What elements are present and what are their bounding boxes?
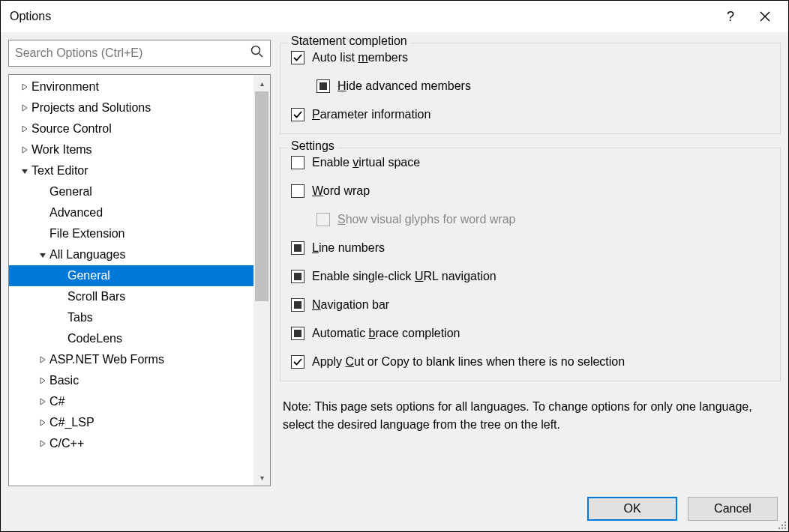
option-row: Apply Cut or Copy to blank lines when th… [280, 348, 780, 376]
search-input[interactable] [9, 40, 270, 66]
search-box[interactable] [8, 40, 271, 67]
group-legend: Statement completion [288, 34, 410, 48]
tree-item-label: CodeLens [68, 332, 122, 345]
tree-item[interactable]: Environment [9, 76, 270, 97]
tree-item[interactable]: Projects and Solutions [9, 97, 270, 118]
tree-item-label: Advanced [50, 206, 103, 220]
tree-item[interactable]: C#_LSP [9, 412, 270, 433]
option-row: Enable virtual space [280, 148, 780, 177]
checkbox[interactable] [291, 108, 304, 121]
tree-item[interactable]: Basic [9, 370, 270, 391]
checkbox[interactable] [291, 156, 304, 169]
tree-item[interactable]: CodeLens [9, 328, 270, 349]
checkbox[interactable] [291, 355, 304, 369]
tree-item-label: General [50, 185, 92, 199]
chevron-right-icon[interactable] [38, 438, 48, 449]
chevron-down-icon[interactable] [20, 166, 30, 176]
tree-item[interactable]: Source Control [9, 118, 270, 139]
chevron-right-icon[interactable] [20, 145, 30, 155]
tree-item[interactable]: All Languages [9, 244, 270, 265]
tree-item-label: All Languages [50, 248, 125, 262]
option-label[interactable]: Enable virtual space [312, 156, 420, 169]
window-title: Options [7, 10, 51, 23]
scroll-thumb[interactable] [255, 91, 268, 301]
option-label[interactable]: Auto list members [312, 51, 408, 64]
tree-item[interactable]: Scroll Bars [9, 286, 270, 307]
tree-item-label: Projects and Solutions [32, 101, 151, 115]
tree-item[interactable]: Tabs [9, 307, 270, 328]
tree-item-label: Work Items [32, 143, 92, 157]
option-row: Hide advanced members [280, 72, 780, 100]
chevron-right-icon[interactable] [38, 417, 48, 428]
option-label: Show visual glyphs for word wrap [338, 213, 515, 226]
tree-item[interactable]: File Extension [9, 223, 270, 244]
svg-rect-1 [784, 522, 786, 523]
chevron-right-icon[interactable] [20, 82, 30, 92]
scroll-down-arrow[interactable]: ▾ [254, 469, 270, 486]
tree-item-label: Source Control [32, 122, 112, 136]
expander-spacer [38, 187, 48, 197]
close-button[interactable] [748, 1, 782, 31]
tree-item-label: Scroll Bars [68, 290, 125, 303]
option-label[interactable]: Enable single-click URL navigation [312, 270, 496, 283]
checkbox[interactable] [291, 298, 304, 312]
chevron-down-icon[interactable] [38, 250, 48, 260]
option-row: Enable single-click URL navigation [280, 262, 780, 291]
svg-rect-4 [778, 528, 780, 529]
checkbox[interactable] [291, 270, 304, 283]
tree-item-label: C/C++ [50, 437, 84, 450]
tree-scrollbar[interactable]: ▴ ▾ [254, 75, 270, 486]
help-button[interactable]: ? [713, 1, 748, 31]
tree-item-label: C#_LSP [50, 416, 94, 429]
titlebar: Options ? [1, 1, 788, 32]
svg-rect-5 [782, 528, 783, 529]
close-icon [760, 11, 770, 22]
tree-item[interactable]: Work Items [9, 139, 270, 160]
ok-button[interactable]: OK [587, 497, 677, 521]
tree-item-label: Text Editor [32, 164, 88, 178]
tree-item[interactable]: Advanced [9, 202, 270, 223]
option-label[interactable]: Apply Cut or Copy to blank lines when th… [312, 355, 625, 369]
settings-group: Settings Enable virtual spaceWord wrapSh… [280, 148, 781, 381]
chevron-right-icon[interactable] [38, 354, 48, 365]
tree-item[interactable]: General [9, 181, 270, 202]
checkbox[interactable] [291, 51, 304, 64]
svg-rect-2 [782, 525, 783, 526]
scroll-up-arrow[interactable]: ▴ [254, 75, 270, 91]
option-row: Parameter information [280, 100, 780, 129]
chevron-right-icon[interactable] [20, 124, 30, 134]
checkbox[interactable] [291, 327, 304, 340]
option-label[interactable]: Word wrap [312, 184, 370, 198]
chevron-right-icon[interactable] [38, 375, 48, 386]
expander-spacer [56, 312, 66, 323]
tree-item[interactable]: C# [9, 391, 270, 412]
option-label[interactable]: Automatic brace completion [312, 327, 460, 340]
expander-spacer [56, 270, 66, 281]
option-row: Automatic brace completion [280, 319, 780, 348]
tree-item[interactable]: General [9, 265, 270, 286]
tree-item[interactable]: ASP.NET Web Forms [9, 349, 270, 370]
tree-item-label: Environment [32, 80, 99, 94]
option-label[interactable]: Navigation bar [312, 298, 389, 312]
option-row: Navigation bar [280, 291, 780, 319]
resize-grip[interactable] [777, 520, 788, 531]
tree-item[interactable]: C/C++ [9, 433, 270, 454]
checkbox[interactable] [291, 241, 304, 255]
tree-item[interactable]: Text Editor [9, 160, 270, 181]
search-icon [250, 45, 264, 61]
svg-point-0 [252, 46, 260, 55]
option-label[interactable]: Hide advanced members [338, 79, 471, 93]
checkbox[interactable] [316, 79, 330, 93]
statement-completion-group: Statement completion Auto list membersHi… [280, 43, 781, 134]
option-label[interactable]: Line numbers [312, 241, 385, 255]
chevron-right-icon[interactable] [20, 103, 30, 113]
options-note: Note: This page sets options for all lan… [280, 395, 781, 434]
chevron-right-icon[interactable] [38, 396, 48, 407]
option-label[interactable]: Parameter information [312, 108, 430, 121]
options-tree[interactable]: EnvironmentProjects and SolutionsSource … [8, 74, 271, 486]
checkbox[interactable] [291, 184, 304, 198]
option-row: Line numbers [280, 234, 780, 262]
expander-spacer [56, 333, 66, 344]
cancel-button[interactable]: Cancel [688, 497, 778, 521]
tree-item-label: ASP.NET Web Forms [50, 353, 164, 366]
